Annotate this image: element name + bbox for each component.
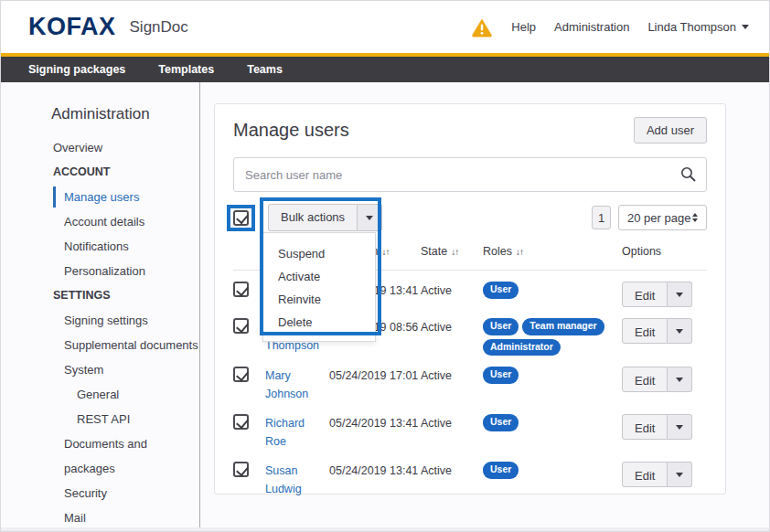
sidebar-section-account: ACCOUNT bbox=[1, 160, 199, 185]
user-menu-label: Linda Thompson bbox=[647, 20, 736, 34]
page-1-button[interactable]: 1 bbox=[592, 206, 611, 229]
sidebar-item-security[interactable]: Security bbox=[1, 481, 199, 505]
select-all-highlight bbox=[227, 205, 255, 231]
search-icon[interactable] bbox=[680, 166, 696, 182]
top-header: KOFAX SignDoc Help Administration Linda … bbox=[1, 1, 769, 53]
menu-item-reinvite[interactable]: Reinvite bbox=[263, 288, 375, 311]
menu-item-delete[interactable]: Delete bbox=[263, 311, 375, 334]
sidebar-item-rest-api[interactable]: REST API bbox=[1, 407, 199, 431]
main-nav: Signing packages Templates Teams bbox=[1, 57, 769, 82]
edit-caret-button[interactable] bbox=[668, 318, 692, 344]
roles-cell: User bbox=[483, 282, 622, 299]
caret-down-icon bbox=[676, 473, 683, 477]
administration-link[interactable]: Administration bbox=[554, 20, 629, 34]
edit-button-group: Edit bbox=[622, 282, 692, 307]
sidebar-item-manage-users[interactable]: Manage users bbox=[1, 185, 199, 209]
menu-item-suspend[interactable]: Suspend bbox=[263, 242, 375, 265]
product-name: SignDoc bbox=[130, 18, 188, 37]
sidebar-item-documents-and-packages[interactable]: Documents and packages bbox=[1, 431, 199, 481]
kofax-logo: KOFAX bbox=[28, 13, 116, 41]
menu-item-activate[interactable]: Activate bbox=[263, 265, 375, 288]
role-badge: Team manager bbox=[522, 318, 604, 335]
caret-down-icon bbox=[676, 329, 683, 334]
state-value: Active bbox=[421, 367, 483, 385]
user-name-link[interactable]: Richard Roe bbox=[265, 414, 329, 451]
edit-caret-button[interactable] bbox=[668, 462, 692, 487]
edit-button-group: Edit bbox=[622, 318, 692, 344]
warning-icon[interactable] bbox=[471, 17, 493, 37]
user-name-link[interactable]: Mary Johnson bbox=[265, 367, 329, 403]
bulk-actions-menu: Suspend Activate Reinvite Delete bbox=[262, 232, 376, 342]
edit-button[interactable]: Edit bbox=[622, 462, 668, 487]
role-badge: User bbox=[483, 282, 519, 299]
sidebar-item-signing-settings[interactable]: Signing settings bbox=[1, 308, 199, 333]
sort-icon[interactable]: ↓↑ bbox=[451, 247, 458, 257]
edit-button-group: Edit bbox=[622, 367, 692, 392]
sidebar-item-account-details[interactable]: Account details bbox=[1, 209, 199, 234]
role-badge: User bbox=[483, 367, 519, 384]
bulk-actions-button[interactable]: Bulk actions bbox=[268, 204, 358, 231]
last-login-value: 05/24/2019 13:41 bbox=[329, 414, 421, 432]
select-all-checkbox[interactable] bbox=[233, 210, 249, 226]
last-login-value: 05/24/2019 17:01 bbox=[329, 367, 421, 385]
sort-icon[interactable]: ↓↑ bbox=[382, 247, 390, 257]
sidebar-item-personalization[interactable]: Personalization bbox=[1, 259, 199, 283]
bulk-actions-caret-button[interactable] bbox=[358, 204, 382, 231]
caret-down-icon bbox=[676, 293, 683, 297]
sidebar-item-overview[interactable]: Overview bbox=[1, 135, 199, 160]
edit-caret-button[interactable] bbox=[668, 367, 692, 392]
sidebar-item-mail[interactable]: Mail bbox=[1, 505, 199, 530]
caret-down-icon bbox=[676, 378, 683, 382]
help-link[interactable]: Help bbox=[511, 20, 536, 34]
per-page-select[interactable]: 20 per page bbox=[618, 205, 707, 230]
sidebar-item-general[interactable]: General bbox=[1, 382, 199, 407]
row-checkbox[interactable] bbox=[233, 414, 249, 430]
column-roles[interactable]: Roles↓↑ bbox=[483, 242, 622, 261]
edit-button[interactable]: Edit bbox=[622, 367, 668, 392]
edit-button[interactable]: Edit bbox=[622, 282, 668, 307]
roles-cell: User bbox=[483, 414, 622, 431]
add-user-button[interactable]: Add user bbox=[634, 117, 707, 144]
table-row: Mary Johnson 05/24/2019 17:01 Active Use… bbox=[233, 356, 707, 403]
state-value: Active bbox=[421, 462, 483, 480]
page-title: Manage users bbox=[233, 120, 349, 141]
edit-button[interactable]: Edit bbox=[622, 414, 668, 440]
edit-button-group: Edit bbox=[622, 462, 692, 487]
column-options: Options bbox=[622, 242, 707, 261]
table-toolbar: Bulk actions Suspend Activate Reinvite D… bbox=[233, 204, 707, 231]
nav-teams[interactable]: Teams bbox=[247, 63, 283, 76]
sidebar-section-settings: SETTINGS bbox=[1, 283, 199, 308]
roles-cell: User Team manager Administrator bbox=[483, 318, 622, 356]
roles-cell: User bbox=[483, 367, 622, 384]
sidebar-item-supplemental-documents[interactable]: Supplemental documents bbox=[1, 333, 199, 357]
role-badge: Administrator bbox=[483, 339, 561, 356]
row-checkbox[interactable] bbox=[233, 318, 249, 334]
per-page-value: 20 per page bbox=[627, 211, 690, 225]
state-value: Active bbox=[421, 282, 483, 300]
bulk-actions-group: Bulk actions Suspend Activate Reinvite D… bbox=[268, 204, 382, 231]
edit-button[interactable]: Edit bbox=[622, 318, 668, 344]
sort-icon[interactable]: ↓↑ bbox=[516, 247, 523, 257]
search-input[interactable] bbox=[233, 157, 707, 192]
column-state[interactable]: State↓↑ bbox=[421, 242, 483, 261]
pagination: 1 20 per page bbox=[592, 205, 707, 230]
roles-cell: User bbox=[483, 462, 622, 479]
nav-templates[interactable]: Templates bbox=[158, 63, 214, 76]
table-row: Susan Ludwig 05/24/2019 13:41 Active Use… bbox=[233, 451, 707, 498]
user-menu[interactable]: Linda Thompson bbox=[647, 20, 749, 34]
edit-caret-button[interactable] bbox=[668, 414, 692, 440]
edit-caret-button[interactable] bbox=[668, 282, 692, 307]
row-checkbox[interactable] bbox=[233, 367, 249, 382]
caret-down-icon bbox=[366, 216, 373, 220]
nav-signing-packages[interactable]: Signing packages bbox=[28, 63, 125, 76]
role-badge: User bbox=[483, 414, 519, 431]
app-window: KOFAX SignDoc Help Administration Linda … bbox=[0, 0, 770, 532]
sidebar-item-notifications[interactable]: Notifications bbox=[1, 234, 199, 259]
manage-users-panel: Manage users Add user Bulk actions bbox=[214, 103, 726, 495]
user-name-link[interactable]: Susan Ludwig bbox=[265, 462, 329, 498]
row-checkbox[interactable] bbox=[233, 462, 249, 477]
chevron-down-icon bbox=[742, 25, 749, 29]
caret-down-icon bbox=[676, 425, 683, 430]
row-checkbox[interactable] bbox=[233, 282, 249, 297]
sidebar-item-system[interactable]: System bbox=[1, 357, 199, 382]
